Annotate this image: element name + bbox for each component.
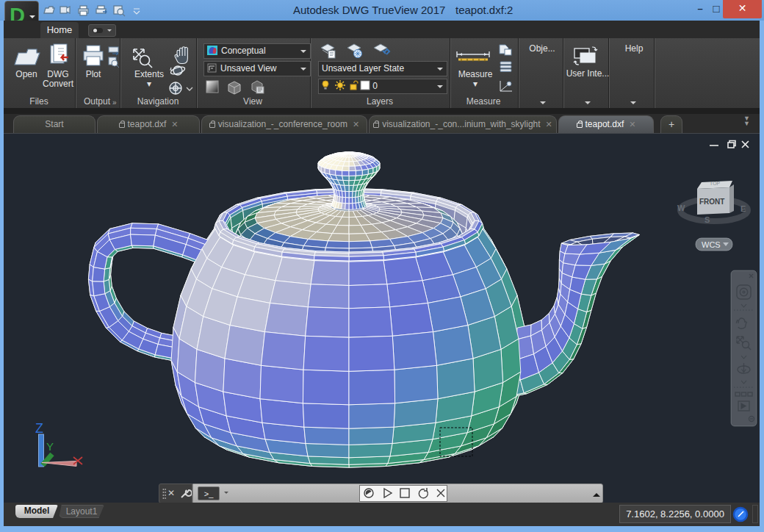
svg-text:WCS: WCS: [702, 240, 721, 249]
svg-text:E: E: [740, 204, 746, 213]
svg-text:S: S: [704, 215, 710, 224]
svg-text:Y: Y: [46, 440, 54, 453]
svg-text:Z: Z: [35, 421, 43, 436]
svg-text:W: W: [677, 204, 685, 212]
svg-text:FRONT: FRONT: [699, 198, 724, 206]
svg-text:TOP: TOP: [710, 181, 721, 186]
